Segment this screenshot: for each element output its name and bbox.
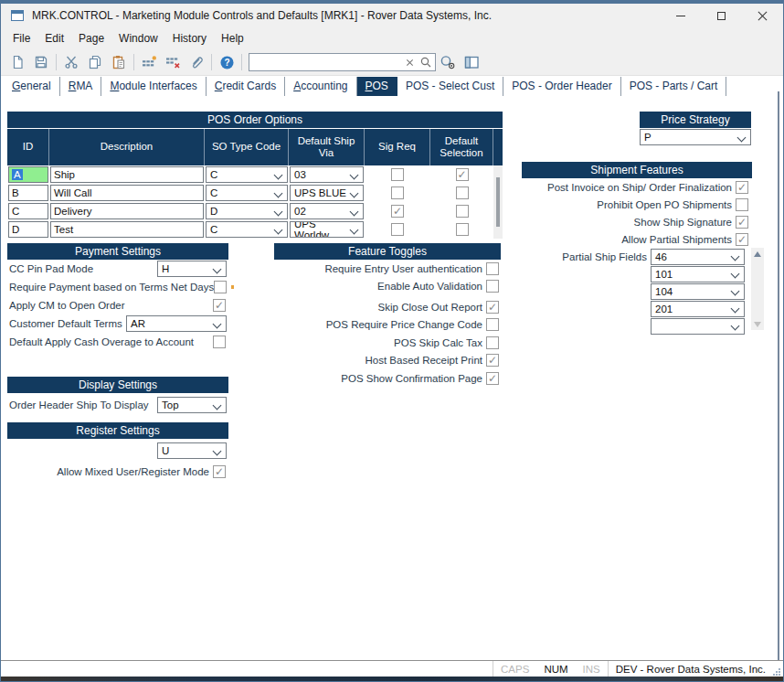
cash-overage-checkbox[interactable] [213,336,226,348]
partial-ship-field-dropdown[interactable]: 201 [651,301,745,317]
order-header-ship-to-display-dropdown[interactable]: Top [157,397,227,413]
id-cell[interactable]: B [8,185,48,201]
tab-pos-parts-cart[interactable]: POS - Parts / Cart [621,77,727,96]
price-strategy-dropdown[interactable]: P [640,129,751,145]
id-cell[interactable]: D [8,221,48,238]
page-scrollbar[interactable] [778,91,779,660]
description-cell[interactable]: Will Call [50,185,204,201]
partial-ship-field-dropdown[interactable] [651,318,745,335]
so-type-code-dropdown[interactable]: C [206,221,288,238]
pos-skip-calc-tax-checkbox[interactable] [486,336,499,349]
pos-skip-calc-tax-label: POS Skip Calc Tax [394,337,482,348]
panel-layout-button[interactable] [460,51,483,73]
scroll-down-button[interactable] [751,318,764,330]
so-type-code-dropdown[interactable]: C [206,166,288,183]
so-type-code-dropdown[interactable]: C [206,185,288,201]
ship-via-dropdown[interactable]: 03 [290,166,364,183]
toolbar-search-box[interactable] [249,53,436,71]
allow-partial-shipments-checkbox[interactable] [736,233,748,246]
close-button[interactable] [742,4,783,27]
menu-help[interactable]: Help [214,27,251,49]
default-selection-checkbox[interactable] [456,168,469,181]
default-selection-checkbox[interactable] [456,186,469,199]
delete-row-button[interactable] [161,51,185,73]
show-ship-signature-checkbox[interactable] [736,216,748,229]
menu-file[interactable]: File [5,27,37,49]
column-header-description: Description [49,129,205,165]
allow-mixed-mode-checkbox[interactable] [213,465,226,478]
attachment-button[interactable] [185,51,208,73]
sig-req-checkbox[interactable] [391,223,404,236]
pos-order-options-section: POS Order Options ID Description SO Type… [7,112,503,239]
id-cell[interactable]: A [8,166,48,183]
tab-rma[interactable]: RMA [60,77,102,96]
field-flag-icon [231,285,234,289]
description-cell[interactable]: Ship [50,166,204,183]
menu-page[interactable]: Page [71,27,111,49]
search-icon[interactable] [419,56,432,69]
tab-general[interactable]: General [4,77,60,96]
sig-req-checkbox[interactable] [391,186,404,199]
so-type-code-dropdown[interactable]: D [206,203,288,219]
tab-module-interfaces[interactable]: Module Interfaces [101,77,206,96]
partial-ship-field-dropdown[interactable]: 46 [651,249,745,265]
minimize-icon [676,16,685,16]
customer-default-terms-dropdown[interactable]: AR [126,315,227,332]
prohibit-open-po-checkbox[interactable] [736,198,748,211]
require-entry-user-auth-checkbox[interactable] [486,262,499,275]
tab-credit-cards[interactable]: Credit Cards [207,77,285,96]
pos-require-price-change-code-checkbox[interactable] [486,318,499,331]
pos-show-confirmation-page-checkbox[interactable] [486,372,499,385]
tab-pos-order-header[interactable]: POS - Order Header [503,77,620,96]
post-invoice-checkbox[interactable] [736,181,748,194]
table-scrollbar[interactable] [493,165,503,239]
register-settings-section: Register Settings U Allow Mixed User/Reg… [7,422,228,481]
menu-history[interactable]: History [165,27,214,49]
minimize-button[interactable] [660,4,701,27]
menubar: File Edit Page Window History Help [1,27,783,49]
paste-button[interactable] [107,51,131,73]
description-cell[interactable]: Delivery [50,203,204,219]
register-mode-dropdown[interactable]: U [157,442,227,459]
insert-row-button[interactable] [137,51,161,73]
cc-pin-pad-mode-dropdown[interactable]: H [157,261,227,277]
ship-via-dropdown[interactable]: UPS Worldw [290,221,364,238]
partial-fields-scrollbar[interactable] [751,248,764,330]
menu-edit[interactable]: Edit [37,27,71,49]
description-cell[interactable]: Test [50,221,204,238]
tab-accounting[interactable]: Accounting [285,77,356,96]
require-entry-user-auth-label: Require Entry User authentication [324,263,482,274]
cut-button[interactable] [59,51,83,73]
new-document-button[interactable] [5,51,29,73]
sig-req-checkbox[interactable] [391,205,404,218]
help-button[interactable]: ? [215,51,238,73]
menu-window[interactable]: Window [111,27,165,49]
tab-pos-select-cust[interactable]: POS - Select Cust [397,77,503,96]
ship-via-dropdown[interactable]: 02 [290,203,364,219]
tab-pos[interactable]: POS [357,77,397,96]
cut-icon [64,55,79,69]
default-selection-checkbox[interactable] [456,205,469,218]
require-payment-checkbox[interactable] [214,281,227,293]
id-cell[interactable]: C [8,203,48,219]
table-scrollbar-thumb[interactable] [496,177,500,227]
sig-req-checkbox[interactable] [391,168,404,181]
skip-close-out-report-checkbox[interactable] [486,301,499,314]
clear-search-icon[interactable] [406,59,414,67]
save-button[interactable] [29,51,53,73]
ship-via-dropdown[interactable]: UPS BLUE [290,185,364,201]
toolbar-search-input[interactable] [252,55,406,69]
resize-grip[interactable] [773,668,780,676]
partial-ship-field-dropdown[interactable]: 101 [651,266,745,282]
host-based-receipt-print-checkbox[interactable] [486,354,499,367]
payment-settings-title: Payment Settings [7,243,228,260]
scroll-up-button[interactable] [751,248,764,260]
apply-cm-checkbox[interactable] [213,299,226,312]
enable-auto-validation-checkbox[interactable] [486,280,499,293]
record-search-button[interactable] [436,51,460,73]
copy-button[interactable] [83,51,107,73]
default-selection-checkbox[interactable] [456,223,469,236]
partial-ship-field-dropdown[interactable]: 104 [651,283,745,300]
svg-text:?: ? [224,58,229,68]
maximize-button[interactable] [701,4,742,27]
